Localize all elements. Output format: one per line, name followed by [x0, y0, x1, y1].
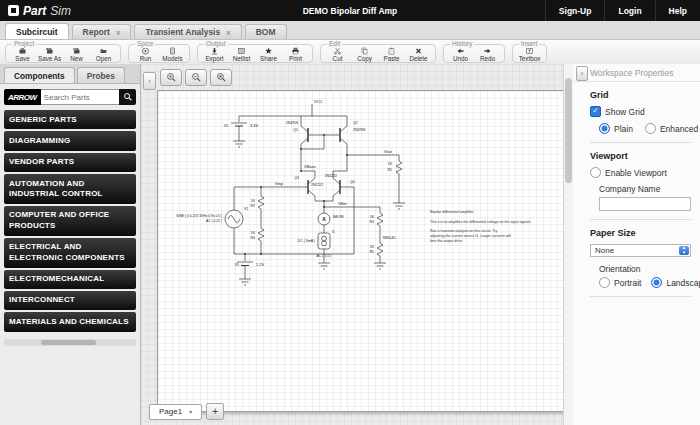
models-button[interactable]: Models: [159, 47, 186, 62]
resistor-r2[interactable]: [258, 196, 264, 209]
delete-button[interactable]: Delete: [405, 47, 432, 62]
part-label-v2: V2: [224, 124, 228, 128]
properties-body: Grid ✓ Show Grid Plain Enhanced Viewport…: [573, 82, 700, 297]
sidebar-category-computer-office[interactable]: COMPUTER AND OFFICE PRODUCTS: [4, 206, 136, 236]
resistor-r3[interactable]: [258, 228, 264, 241]
run-icon: [140, 47, 151, 55]
resistor-r1[interactable]: [396, 161, 402, 174]
plain-radio[interactable]: [599, 123, 610, 134]
company-name-input[interactable]: [599, 197, 691, 211]
signup-button[interactable]: Sign-Up: [545, 0, 605, 21]
zoom-in-button[interactable]: [160, 69, 182, 86]
netlist-button[interactable]: Netlist: [228, 47, 255, 62]
toolbar-group-insert: Insert Textbox: [512, 44, 547, 63]
show-grid-checkbox[interactable]: ✓: [590, 106, 601, 117]
partsim-logo[interactable]: PartSim: [0, 4, 79, 18]
button-label: Print: [289, 55, 302, 62]
button-label: Undo: [453, 55, 468, 62]
sidebar-category-generic-parts[interactable]: GENERIC PARTS: [4, 110, 136, 129]
run-button[interactable]: Run: [132, 47, 159, 62]
new-button[interactable]: New: [63, 47, 90, 62]
open-button[interactable]: Open: [90, 47, 117, 62]
schematic-canvas[interactable]: ‹: [141, 64, 563, 425]
undo-button[interactable]: Undo: [447, 47, 474, 62]
resistor-r4[interactable]: [377, 213, 383, 226]
copy-button[interactable]: Copy: [351, 47, 378, 62]
tab-transient-analysis[interactable]: Transient Analysisx: [134, 24, 241, 39]
enhanced-radio[interactable]: [645, 123, 656, 134]
sidebar-category-materials[interactable]: MATERIALS AND CHEMICALS: [4, 312, 136, 331]
part-label-q4: Q4: [350, 180, 355, 184]
battery-short-plates: [235, 126, 249, 266]
scroll-thumb[interactable]: [41, 340, 96, 345]
close-icon[interactable]: x: [116, 28, 120, 37]
grid-heading: Grid: [590, 90, 691, 100]
login-button[interactable]: Login: [604, 0, 654, 21]
sidebar-category-automation[interactable]: AUTOMATION AND INDUSTRIAL CONTROL: [4, 174, 136, 204]
group-label: Spice: [135, 41, 155, 48]
textbox-button[interactable]: Textbox: [516, 47, 543, 62]
tab-bom[interactable]: BOM: [245, 24, 287, 39]
cut-button[interactable]: Cut: [324, 47, 351, 62]
arrow-logo: ARROW: [4, 89, 41, 105]
search-button[interactable]: [119, 89, 136, 105]
collapse-sidebar-button[interactable]: ‹: [143, 72, 156, 90]
tab-report[interactable]: Reportx: [72, 24, 132, 39]
enable-viewport-radio[interactable]: [590, 167, 601, 178]
sidebar-category-vendor-parts[interactable]: VENDOR PARTS: [4, 153, 136, 172]
part-label-v5: V5: [235, 263, 239, 267]
tab-label: BOM: [256, 27, 276, 37]
zoom-out-button[interactable]: [185, 69, 207, 86]
paste-button[interactable]: Paste: [378, 47, 405, 62]
landscape-radio[interactable]: [651, 277, 662, 288]
sidebar-category-diagramming[interactable]: DIAGRAMMING: [4, 131, 136, 150]
paper-size-heading: Paper Size: [590, 228, 691, 238]
value-label-r5: 1K: [370, 245, 375, 249]
zoom-fit-button[interactable]: [210, 69, 232, 86]
toolbar-group-spice: Spice Run Models: [128, 44, 190, 63]
search-input[interactable]: [41, 89, 119, 105]
canvas-vscrollbar[interactable]: [563, 64, 573, 425]
brand-part: Part: [23, 4, 46, 18]
save-as-icon: [44, 47, 55, 55]
scroll-thumb[interactable]: [565, 78, 572, 183]
sidebar-hscrollbar[interactable]: [4, 339, 136, 346]
collapse-properties-button[interactable]: ›: [576, 66, 588, 81]
enhanced-label: Enhanced: [660, 124, 698, 134]
sidebar-category-interconnect[interactable]: INTERCONNECT: [4, 291, 136, 310]
new-icon: [71, 47, 82, 55]
group-label: History: [450, 41, 474, 48]
annotation-line: adjusting the current source I1. Larger …: [430, 234, 511, 238]
add-page-button[interactable]: +: [206, 403, 224, 420]
export-button[interactable]: Export: [201, 47, 228, 62]
sidebar-category-electromechanical[interactable]: ELECTROMECHANICAL: [4, 270, 136, 289]
close-icon[interactable]: x: [226, 28, 230, 37]
button-label: Export: [205, 55, 223, 62]
tab-subcircuit[interactable]: Subcircuit: [5, 23, 69, 39]
help-button[interactable]: Help: [655, 0, 700, 21]
net-label-vinp: Vinp: [275, 181, 284, 186]
tab-components[interactable]: Components: [4, 67, 75, 83]
page-tab-page1[interactable]: Page1 ▾: [149, 404, 202, 420]
tab-label: Transient Analysis: [145, 27, 220, 37]
portrait-radio[interactable]: [599, 277, 610, 288]
group-label: Insert: [519, 41, 539, 48]
save-as-button[interactable]: Save As: [36, 47, 63, 62]
paper-size-select[interactable]: None ▲▼: [590, 244, 691, 257]
value-label-r1: 1K: [388, 162, 393, 166]
share-button[interactable]: Share: [255, 47, 282, 62]
annotation-line: Bipolar differential amplifier.: [430, 210, 474, 214]
resistor-r5[interactable]: [377, 243, 383, 256]
tab-probes[interactable]: Probes: [77, 67, 125, 83]
part-label-r1: R1: [388, 168, 393, 172]
brand-sim: Sim: [50, 4, 71, 18]
enable-viewport-row: Enable Viewport: [590, 167, 691, 178]
sidebar-category-electrical[interactable]: ELECTRICAL AND ELECTRONIC COMPONENTS: [4, 238, 136, 268]
landscape-label: Landscape: [666, 278, 700, 288]
save-button[interactable]: Save: [9, 47, 36, 62]
page-bar: Page1 ▾ +: [149, 403, 224, 420]
share-icon: [263, 47, 274, 55]
redo-button[interactable]: Redo: [474, 47, 501, 62]
schematic-page[interactable]: VCC V2 3.3V 2N4918 Q1 Q2 2N4918 VBase Q3…: [157, 90, 563, 412]
print-button[interactable]: Print: [282, 47, 309, 62]
